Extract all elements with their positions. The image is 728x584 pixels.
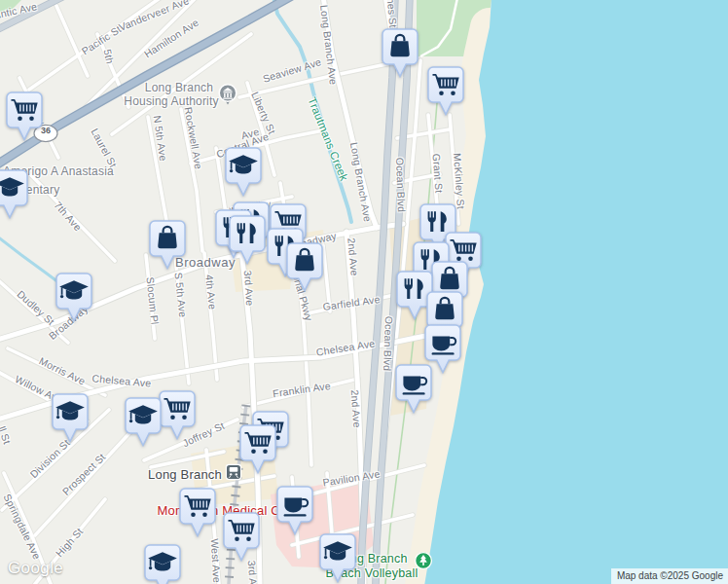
shopping-cart-pin[interactable]: [179, 488, 216, 537]
school-pin[interactable]: [125, 397, 162, 447]
place-label: Long Branch: [145, 81, 213, 94]
street-label: nes St: [385, 0, 400, 28]
school-pin[interactable]: [144, 544, 181, 584]
shopping-bag-pin[interactable]: [286, 242, 323, 292]
shopping-cart-pin[interactable]: [239, 424, 276, 474]
housing-authority-icon[interactable]: [218, 84, 238, 110]
cafe-pin[interactable]: [276, 486, 313, 535]
school-pin[interactable]: [225, 147, 262, 197]
street-label: 3rd Ave: [242, 270, 257, 307]
shopping-bag-pin[interactable]: [149, 220, 186, 270]
shopping-bag-pin[interactable]: [382, 28, 419, 78]
restaurant-pin[interactable]: [229, 215, 266, 265]
map-canvas[interactable]: Atlantic AvePacific StVanderveer AveHami…: [0, 0, 728, 584]
place-label: Long Branch: [148, 467, 222, 482]
place-label: Housing Authority: [124, 94, 218, 108]
map-attribution: Map data ©2025 Google: [611, 568, 728, 584]
shopping-cart-pin[interactable]: [159, 390, 196, 440]
park-tree-icon[interactable]: [415, 552, 433, 574]
map-base: [0, 0, 728, 584]
school-pin[interactable]: [52, 393, 89, 443]
street-label: Ocean Blvd: [382, 316, 395, 372]
street-label: West Ave: [209, 538, 223, 583]
school-pin[interactable]: [55, 273, 92, 322]
street-label: Ocean Blvd: [394, 158, 408, 213]
school-pin[interactable]: [319, 533, 356, 583]
shopping-cart-pin[interactable]: [427, 66, 464, 116]
cafe-pin[interactable]: [395, 364, 432, 414]
school-pin[interactable]: [0, 169, 28, 219]
google-logo[interactable]: Google: [8, 559, 63, 578]
shopping-cart-pin[interactable]: [223, 512, 260, 562]
shopping-cart-pin[interactable]: [6, 91, 43, 141]
